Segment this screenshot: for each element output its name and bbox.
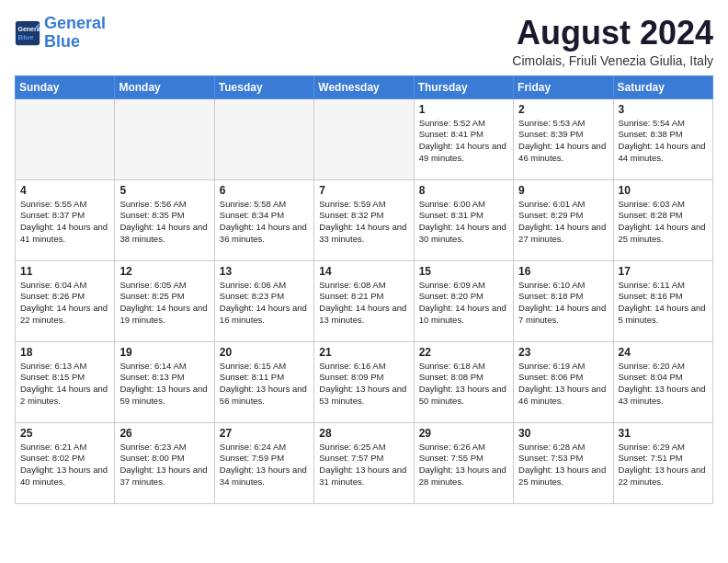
day-info: Sunrise: 6:15 AM Sunset: 8:11 PM Dayligh… [220, 361, 309, 408]
day-info: Sunrise: 5:59 AM Sunset: 8:32 PM Dayligh… [319, 199, 408, 246]
calendar-cell: 28Sunrise: 6:25 AM Sunset: 7:57 PM Dayli… [314, 422, 414, 503]
calendar-week-2: 4Sunrise: 5:55 AM Sunset: 8:37 PM Daylig… [16, 179, 713, 260]
day-number: 31 [619, 427, 708, 440]
calendar-cell: 29Sunrise: 6:26 AM Sunset: 7:55 PM Dayli… [414, 422, 513, 503]
day-info: Sunrise: 5:55 AM Sunset: 8:37 PM Dayligh… [20, 199, 109, 246]
day-info: Sunrise: 6:00 AM Sunset: 8:31 PM Dayligh… [419, 199, 508, 246]
day-header-thursday: Thursday [414, 75, 513, 98]
calendar-cell: 13Sunrise: 6:06 AM Sunset: 8:23 PM Dayli… [214, 260, 313, 341]
calendar-cell: 5Sunrise: 5:56 AM Sunset: 8:35 PM Daylig… [115, 179, 214, 260]
day-info: Sunrise: 6:08 AM Sunset: 8:21 PM Dayligh… [319, 280, 408, 327]
day-info: Sunrise: 6:04 AM Sunset: 8:26 PM Dayligh… [20, 280, 109, 327]
calendar-table: SundayMondayTuesdayWednesdayThursdayFrid… [15, 75, 713, 504]
day-number: 23 [518, 346, 608, 359]
day-info: Sunrise: 6:25 AM Sunset: 7:57 PM Dayligh… [319, 442, 408, 488]
calendar-cell: 24Sunrise: 6:20 AM Sunset: 8:04 PM Dayli… [613, 341, 712, 422]
day-number: 20 [220, 346, 309, 359]
day-info: Sunrise: 6:11 AM Sunset: 8:16 PM Dayligh… [619, 280, 708, 327]
day-info: Sunrise: 5:52 AM Sunset: 8:41 PM Dayligh… [419, 118, 508, 165]
page-header: General Blue General Blue August 2024 Ci… [15, 15, 713, 68]
day-number: 29 [419, 427, 508, 440]
logo-text: General Blue [44, 15, 106, 52]
calendar-cell [214, 98, 313, 179]
day-number: 13 [220, 265, 309, 278]
day-info: Sunrise: 6:06 AM Sunset: 8:23 PM Dayligh… [220, 280, 309, 327]
calendar-cell: 1Sunrise: 5:52 AM Sunset: 8:41 PM Daylig… [414, 98, 513, 179]
day-number: 3 [619, 103, 708, 116]
day-info: Sunrise: 6:20 AM Sunset: 8:04 PM Dayligh… [619, 361, 708, 408]
calendar-cell: 4Sunrise: 5:55 AM Sunset: 8:37 PM Daylig… [16, 179, 115, 260]
month-year: August 2024 [512, 15, 713, 52]
calendar-week-1: 1Sunrise: 5:52 AM Sunset: 8:41 PM Daylig… [16, 98, 713, 179]
day-header-wednesday: Wednesday [314, 75, 414, 98]
calendar-cell: 27Sunrise: 6:24 AM Sunset: 7:59 PM Dayli… [214, 422, 313, 503]
calendar-cell: 21Sunrise: 6:16 AM Sunset: 8:09 PM Dayli… [314, 341, 414, 422]
day-number: 9 [518, 184, 608, 197]
calendar-cell: 18Sunrise: 6:13 AM Sunset: 8:15 PM Dayli… [16, 341, 115, 422]
calendar-cell: 8Sunrise: 6:00 AM Sunset: 8:31 PM Daylig… [414, 179, 513, 260]
day-header-monday: Monday [115, 75, 214, 98]
calendar-cell: 10Sunrise: 6:03 AM Sunset: 8:28 PM Dayli… [613, 179, 712, 260]
calendar-cell [16, 98, 115, 179]
day-info: Sunrise: 5:54 AM Sunset: 8:38 PM Dayligh… [619, 118, 708, 165]
day-number: 27 [220, 427, 309, 440]
day-number: 5 [119, 184, 209, 197]
day-number: 7 [319, 184, 408, 197]
day-number: 24 [619, 346, 708, 359]
title-block: August 2024 Cimolais, Friuli Venezia Giu… [512, 15, 713, 68]
day-info: Sunrise: 6:18 AM Sunset: 8:08 PM Dayligh… [419, 361, 508, 408]
calendar-cell: 7Sunrise: 5:59 AM Sunset: 8:32 PM Daylig… [314, 179, 414, 260]
day-number: 1 [419, 103, 508, 116]
logo-blue: Blue [44, 32, 80, 51]
day-info: Sunrise: 6:16 AM Sunset: 8:09 PM Dayligh… [319, 361, 408, 408]
day-number: 17 [619, 265, 708, 278]
day-header-sunday: Sunday [16, 75, 115, 98]
calendar-week-5: 25Sunrise: 6:21 AM Sunset: 8:02 PM Dayli… [16, 422, 713, 503]
calendar-week-4: 18Sunrise: 6:13 AM Sunset: 8:15 PM Dayli… [16, 341, 713, 422]
calendar-cell: 15Sunrise: 6:09 AM Sunset: 8:20 PM Dayli… [414, 260, 513, 341]
day-number: 6 [220, 184, 309, 197]
day-number: 22 [419, 346, 508, 359]
svg-text:Blue: Blue [18, 33, 35, 41]
calendar-cell: 2Sunrise: 5:53 AM Sunset: 8:39 PM Daylig… [514, 98, 613, 179]
day-header-saturday: Saturday [613, 75, 712, 98]
calendar-cell: 19Sunrise: 6:14 AM Sunset: 8:13 PM Dayli… [115, 341, 214, 422]
day-number: 14 [319, 265, 408, 278]
calendar-cell [314, 98, 414, 179]
calendar-cell: 23Sunrise: 6:19 AM Sunset: 8:06 PM Dayli… [514, 341, 613, 422]
logo: General Blue General Blue [15, 15, 106, 52]
day-info: Sunrise: 6:19 AM Sunset: 8:06 PM Dayligh… [518, 361, 608, 408]
day-number: 28 [319, 427, 408, 440]
day-number: 4 [20, 184, 109, 197]
day-number: 12 [119, 265, 209, 278]
day-number: 10 [619, 184, 708, 197]
calendar-week-3: 11Sunrise: 6:04 AM Sunset: 8:26 PM Dayli… [16, 260, 713, 341]
location: Cimolais, Friuli Venezia Giulia, Italy [512, 53, 713, 68]
logo-general: General [44, 14, 106, 32]
day-header-friday: Friday [514, 75, 613, 98]
day-number: 21 [319, 346, 408, 359]
logo-icon: General Blue [15, 20, 40, 46]
day-number: 16 [518, 265, 608, 278]
day-info: Sunrise: 6:23 AM Sunset: 8:00 PM Dayligh… [119, 442, 209, 488]
day-number: 15 [419, 265, 508, 278]
calendar-cell: 14Sunrise: 6:08 AM Sunset: 8:21 PM Dayli… [314, 260, 414, 341]
day-info: Sunrise: 6:03 AM Sunset: 8:28 PM Dayligh… [619, 199, 708, 246]
day-info: Sunrise: 6:28 AM Sunset: 7:53 PM Dayligh… [518, 442, 608, 488]
day-number: 11 [20, 265, 109, 278]
day-number: 2 [518, 103, 608, 116]
day-info: Sunrise: 5:58 AM Sunset: 8:34 PM Dayligh… [220, 199, 309, 246]
day-info: Sunrise: 5:56 AM Sunset: 8:35 PM Dayligh… [119, 199, 209, 246]
calendar-body: 1Sunrise: 5:52 AM Sunset: 8:41 PM Daylig… [16, 98, 713, 503]
day-info: Sunrise: 6:09 AM Sunset: 8:20 PM Dayligh… [419, 280, 508, 327]
day-info: Sunrise: 6:13 AM Sunset: 8:15 PM Dayligh… [20, 361, 109, 408]
calendar-header-row: SundayMondayTuesdayWednesdayThursdayFrid… [16, 75, 713, 98]
day-info: Sunrise: 6:26 AM Sunset: 7:55 PM Dayligh… [419, 442, 508, 488]
calendar-cell: 9Sunrise: 6:01 AM Sunset: 8:29 PM Daylig… [514, 179, 613, 260]
day-info: Sunrise: 5:53 AM Sunset: 8:39 PM Dayligh… [518, 118, 608, 165]
day-number: 18 [20, 346, 109, 359]
day-header-tuesday: Tuesday [214, 75, 313, 98]
day-info: Sunrise: 6:10 AM Sunset: 8:18 PM Dayligh… [518, 280, 608, 327]
day-info: Sunrise: 6:21 AM Sunset: 8:02 PM Dayligh… [20, 442, 109, 488]
day-number: 30 [518, 427, 608, 440]
